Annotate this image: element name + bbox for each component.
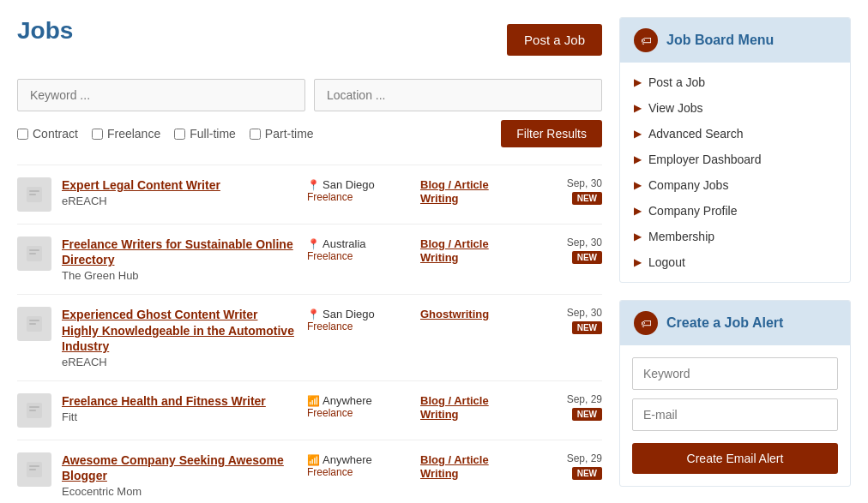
job-date: Sep, 30 bbox=[533, 237, 602, 249]
chevron-right-icon: ▶ bbox=[634, 153, 642, 165]
search-bar bbox=[17, 79, 602, 111]
category-link[interactable]: Ghostwriting bbox=[420, 308, 489, 320]
job-company: eREACH bbox=[62, 356, 297, 368]
svg-rect-11 bbox=[29, 410, 36, 411]
category-link[interactable]: Blog / Article Writing bbox=[420, 394, 489, 421]
chevron-right-icon: ▶ bbox=[634, 102, 642, 114]
create-job-alert-title: Create a Job Alert bbox=[666, 315, 783, 331]
new-badge: NEW bbox=[572, 467, 602, 480]
alert-keyword-input[interactable] bbox=[632, 357, 838, 390]
category-link[interactable]: Blog / Article Writing bbox=[420, 237, 489, 264]
table-row: Freelance Health and Fitness WriterFitt📶… bbox=[17, 381, 602, 440]
job-board-menu-header: 🏷 Job Board Menu bbox=[620, 18, 850, 63]
location-type: Freelance bbox=[307, 191, 410, 203]
sidebar-menu: ▶Post a Job▶View Jobs▶Advanced Search▶Em… bbox=[620, 63, 850, 282]
sidebar-item-label: Logout bbox=[648, 255, 685, 269]
job-title[interactable]: Awesome Company Seeking Awesome Blogger bbox=[62, 452, 297, 483]
job-location: 📍San DiegoFreelance bbox=[307, 307, 410, 332]
location-type: Freelance bbox=[307, 250, 410, 262]
job-icon bbox=[17, 452, 51, 487]
pin-icon: 📍 bbox=[307, 179, 320, 191]
job-category: Blog / Article Writing bbox=[420, 237, 523, 264]
filter-contract[interactable]: Contract bbox=[17, 127, 78, 141]
location-name: San Diego bbox=[322, 308, 375, 320]
svg-rect-8 bbox=[29, 323, 36, 325]
location-type: Freelance bbox=[307, 407, 410, 419]
job-icon bbox=[17, 237, 51, 271]
job-board-menu-title: Job Board Menu bbox=[666, 33, 774, 48]
sidebar-item-advanced-search[interactable]: ▶Advanced Search bbox=[620, 121, 850, 147]
job-info: Freelance Writers for Sustainable Online… bbox=[62, 237, 297, 282]
keyword-input[interactable] bbox=[17, 79, 305, 111]
wifi-icon: 📶 bbox=[307, 454, 320, 466]
sidebar-item-view-jobs[interactable]: ▶View Jobs bbox=[620, 95, 850, 121]
sidebar-item-company-profile[interactable]: ▶Company Profile bbox=[620, 198, 850, 224]
job-category: Blog / Article Writing bbox=[420, 177, 523, 205]
job-info: Awesome Company Seeking Awesome BloggerE… bbox=[62, 452, 297, 498]
job-title[interactable]: Freelance Health and Fitness Writer bbox=[62, 393, 297, 409]
job-location: 📍AustraliaFreelance bbox=[307, 237, 410, 262]
wifi-icon: 📶 bbox=[307, 395, 320, 407]
chevron-right-icon: ▶ bbox=[634, 256, 642, 268]
tag-icon: 🏷 bbox=[634, 28, 658, 52]
job-location: 📶AnywhereFreelance bbox=[307, 452, 410, 478]
job-company: Ecocentric Mom bbox=[62, 485, 297, 498]
svg-rect-10 bbox=[29, 406, 39, 408]
sidebar-item-membership[interactable]: ▶Membership bbox=[620, 224, 850, 249]
sidebar-item-label: Post a Job bbox=[648, 75, 705, 89]
new-badge: NEW bbox=[572, 408, 602, 421]
filter-label-parttime: Part-time bbox=[265, 127, 314, 141]
filter-button[interactable]: Filter Results bbox=[501, 120, 602, 147]
sidebar-item-logout[interactable]: ▶Logout bbox=[620, 249, 850, 275]
location-input[interactable] bbox=[314, 79, 602, 111]
job-list: Expert Legal Content WritereREACH📍San Di… bbox=[17, 165, 602, 503]
filter-parttime[interactable]: Part-time bbox=[250, 127, 314, 141]
location-name: San Diego bbox=[322, 178, 375, 191]
filter-checkbox-fulltime[interactable] bbox=[174, 129, 185, 140]
svg-rect-4 bbox=[29, 249, 39, 251]
sidebar: 🏷 Job Board Menu ▶Post a Job▶View Jobs▶A… bbox=[619, 17, 851, 503]
job-meta: Sep, 29NEW bbox=[533, 393, 602, 421]
job-date: Sep, 30 bbox=[533, 307, 602, 319]
sidebar-item-employer-dashboard[interactable]: ▶Employer Dashboard bbox=[620, 147, 850, 172]
svg-rect-2 bbox=[29, 194, 36, 195]
filter-fulltime[interactable]: Full-time bbox=[174, 127, 236, 141]
filter-checkbox-freelance[interactable] bbox=[92, 129, 103, 140]
job-board-menu-card: 🏷 Job Board Menu ▶Post a Job▶View Jobs▶A… bbox=[619, 17, 851, 283]
sidebar-item-label: Company Profile bbox=[648, 204, 738, 218]
job-icon bbox=[17, 307, 51, 341]
new-badge: NEW bbox=[572, 321, 602, 334]
job-icon bbox=[17, 177, 51, 212]
alert-inputs: Create Email Alert bbox=[620, 345, 850, 486]
sidebar-item-post-a-job[interactable]: ▶Post a Job bbox=[620, 69, 850, 95]
job-meta: Sep, 30NEW bbox=[533, 237, 602, 264]
filter-freelance[interactable]: Freelance bbox=[92, 127, 160, 141]
svg-rect-1 bbox=[29, 190, 39, 192]
create-email-alert-button[interactable]: Create Email Alert bbox=[632, 443, 838, 474]
category-link[interactable]: Blog / Article Writing bbox=[420, 453, 489, 480]
chevron-right-icon: ▶ bbox=[634, 76, 642, 88]
location-type: Freelance bbox=[307, 320, 410, 332]
sidebar-item-label: Membership bbox=[648, 230, 714, 243]
job-title[interactable]: Experienced Ghost Content Writer Highly … bbox=[62, 307, 297, 354]
post-job-button[interactable]: Post a Job bbox=[507, 24, 602, 56]
category-link[interactable]: Blog / Article Writing bbox=[420, 178, 489, 205]
job-location: 📍San DiegoFreelance bbox=[307, 177, 410, 203]
job-meta: Sep, 29NEW bbox=[533, 452, 602, 480]
job-title[interactable]: Freelance Writers for Sustainable Online… bbox=[62, 237, 297, 267]
svg-rect-5 bbox=[29, 253, 36, 254]
job-icon bbox=[17, 393, 51, 428]
filter-checkbox-parttime[interactable] bbox=[250, 129, 261, 140]
filter-checkbox-contract[interactable] bbox=[17, 129, 28, 140]
job-date: Sep, 29 bbox=[533, 452, 602, 464]
location-type: Freelance bbox=[307, 466, 410, 478]
create-job-alert-header: 🏷 Create a Job Alert bbox=[620, 301, 850, 345]
location-name: Anywhere bbox=[322, 453, 372, 466]
alert-email-input[interactable] bbox=[632, 398, 838, 431]
job-company: eREACH bbox=[62, 195, 297, 207]
job-category: Blog / Article Writing bbox=[420, 452, 523, 480]
job-title[interactable]: Expert Legal Content Writer bbox=[62, 177, 297, 193]
sidebar-item-company-jobs[interactable]: ▶Company Jobs bbox=[620, 172, 850, 198]
job-date: Sep, 29 bbox=[533, 393, 602, 405]
job-company: The Green Hub bbox=[62, 269, 297, 282]
